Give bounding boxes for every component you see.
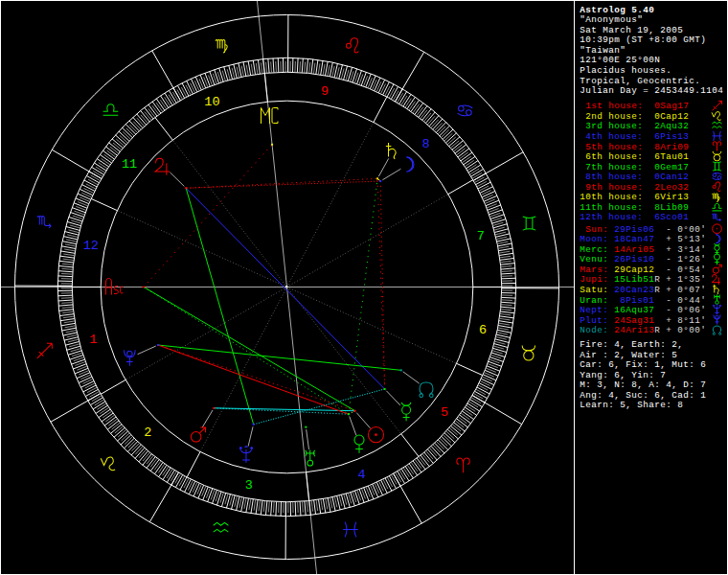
svg-text:Venu:: Venu: xyxy=(580,254,608,264)
svg-text:6Pis13: 6Pis13 xyxy=(654,131,689,142)
svg-text:12th house:: 12th house: xyxy=(580,212,643,222)
svg-text:Mars:: Mars: xyxy=(580,264,608,275)
svg-text:1st house:: 1st house: xyxy=(585,101,643,111)
svg-text:12: 12 xyxy=(83,239,99,253)
svg-text:11: 11 xyxy=(122,157,137,172)
svg-text:Jupi:: Jupi: xyxy=(580,274,608,285)
svg-text:Ang: 4, Suc: 6, Cad: 1: Ang: 4, Suc: 6, Cad: 1 xyxy=(580,390,706,401)
svg-text:- 1°26': - 1°26' xyxy=(666,254,706,264)
svg-text:5: 5 xyxy=(441,405,448,420)
svg-text:- 0°54': - 0°54' xyxy=(666,264,706,275)
svg-text:6Vir13: 6Vir13 xyxy=(654,192,689,202)
svg-text:2Aqu32: 2Aqu32 xyxy=(654,121,689,131)
svg-text:"Anonymous": "Anonymous" xyxy=(580,14,643,25)
svg-text:R: R xyxy=(654,325,660,335)
svg-text:Yang: 6, Yin: 7: Yang: 6, Yin: 7 xyxy=(580,370,666,380)
svg-text:2nd house:: 2nd house: xyxy=(585,111,643,122)
svg-text:15Lib51: 15Lib51 xyxy=(614,274,654,285)
svg-text:4th house:: 4th house: xyxy=(585,131,643,142)
svg-text:+ 1°35': + 1°35' xyxy=(666,274,706,285)
svg-text:Nept:: Nept: xyxy=(580,305,608,315)
svg-text:- 0°44': - 0°44' xyxy=(666,295,706,306)
svg-text:6th house:: 6th house: xyxy=(585,151,643,162)
svg-text:9: 9 xyxy=(321,84,329,99)
svg-text:8Pis01: 8Pis01 xyxy=(620,295,654,306)
svg-text:11th house:: 11th house: xyxy=(580,202,643,213)
svg-text:5th house:: 5th house: xyxy=(585,142,643,152)
svg-text:+ 8°11': + 8°11' xyxy=(666,315,706,326)
svg-text:26Pis10: 26Pis10 xyxy=(614,254,654,264)
svg-text:7th house:: 7th house: xyxy=(585,162,643,172)
svg-text:- 0°06': - 0°06' xyxy=(666,305,706,315)
svg-text:Satu:: Satu: xyxy=(580,285,608,295)
svg-text:Sun:: Sun: xyxy=(585,224,608,235)
svg-text:0Gem17: 0Gem17 xyxy=(654,162,689,172)
svg-text:Tropical, Geocentric.: Tropical, Geocentric. xyxy=(580,76,700,86)
svg-text:24Sag31: 24Sag31 xyxy=(614,315,654,326)
svg-text:3rd house:: 3rd house: xyxy=(585,121,643,131)
svg-text:2: 2 xyxy=(144,426,151,440)
svg-text:+ 5°13': + 5°13' xyxy=(666,234,706,244)
svg-text:10th house:: 10th house: xyxy=(580,192,643,202)
svg-text:Moon:: Moon: xyxy=(580,234,608,244)
svg-text:Astrolog 5.40: Astrolog 5.40 xyxy=(580,5,654,15)
svg-text:Uran:: Uran: xyxy=(580,295,608,306)
svg-text:6: 6 xyxy=(479,323,487,337)
svg-text:7: 7 xyxy=(477,229,485,243)
svg-text:Node:: Node: xyxy=(580,325,608,335)
svg-text:Julian Day = 2453449.1104: Julian Day = 2453449.1104 xyxy=(580,85,723,96)
svg-text:"Taiwan": "Taiwan" xyxy=(580,45,626,56)
svg-text:8: 8 xyxy=(422,137,430,151)
svg-text:+ 0°00': + 0°00' xyxy=(666,325,706,335)
svg-text:- 0°00': - 0°00' xyxy=(666,224,706,235)
svg-text:0Sag17: 0Sag17 xyxy=(654,101,689,111)
svg-text:20Can23: 20Can23 xyxy=(614,285,654,295)
svg-text:29Pis06: 29Pis06 xyxy=(614,224,654,235)
svg-text:Sat March 19, 2005: Sat March 19, 2005 xyxy=(580,25,683,35)
svg-text:8Lib09: 8Lib09 xyxy=(654,202,689,213)
svg-text:29Cap12: 29Cap12 xyxy=(614,264,654,275)
svg-text:16Aqu37: 16Aqu37 xyxy=(614,305,654,315)
svg-text:Learn: 5, Share: 8: Learn: 5, Share: 8 xyxy=(580,400,683,410)
svg-text:+ 3°14': + 3°14' xyxy=(666,244,706,255)
svg-text:6Tau01: 6Tau01 xyxy=(654,151,689,162)
svg-text:8th house:: 8th house: xyxy=(585,172,643,182)
svg-text:Car: 6, Fix: 1, Mut: 6: Car: 6, Fix: 1, Mut: 6 xyxy=(580,359,706,370)
svg-text:10: 10 xyxy=(204,95,219,109)
svg-text:Fire: 4, Earth: 2,: Fire: 4, Earth: 2, xyxy=(580,339,683,350)
svg-text:10:39pm (ST +8:00 GMT): 10:39pm (ST +8:00 GMT) xyxy=(580,34,706,45)
svg-text:14Ari05: 14Ari05 xyxy=(614,244,654,255)
svg-text:Air : 2, Water: 5: Air : 2, Water: 5 xyxy=(580,350,677,360)
svg-text:9th house:: 9th house: xyxy=(585,182,643,193)
svg-text:Plut:: Plut: xyxy=(580,315,608,326)
svg-text:+ 0°07': + 0°07' xyxy=(666,285,706,295)
svg-text:18Can47: 18Can47 xyxy=(614,234,654,244)
svg-text:4: 4 xyxy=(358,468,366,482)
svg-text:121°00E 25°00N: 121°00E 25°00N xyxy=(580,55,660,65)
svg-text:0Cap12: 0Cap12 xyxy=(654,111,689,122)
svg-text:24Ari13: 24Ari13 xyxy=(614,325,654,335)
svg-text:3: 3 xyxy=(245,478,253,493)
svg-text:M: 3, N: 8, A: 4, D: 7: M: 3, N: 8, A: 4, D: 7 xyxy=(580,380,706,390)
svg-text:1: 1 xyxy=(89,333,97,347)
svg-text:0Can12: 0Can12 xyxy=(654,172,689,182)
svg-text:Merc:: Merc: xyxy=(580,244,608,255)
svg-text:R: R xyxy=(654,274,660,285)
svg-text:Placidus houses.: Placidus houses. xyxy=(580,65,671,76)
svg-text:2Leo32: 2Leo32 xyxy=(654,182,689,193)
svg-text:8Ari09: 8Ari09 xyxy=(654,142,689,152)
svg-text:6Sco01: 6Sco01 xyxy=(654,212,689,222)
svg-text:R: R xyxy=(654,285,660,295)
